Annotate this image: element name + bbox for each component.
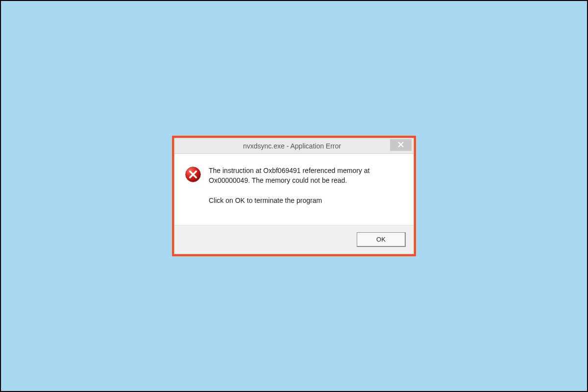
dialog-button-area: OK [174, 225, 414, 254]
close-button[interactable] [390, 139, 412, 151]
error-icon [184, 166, 202, 183]
close-icon [398, 141, 404, 149]
dialog-content: The instruction at Oxbf069491 referenced… [174, 154, 414, 225]
desktop-background: nvxdsync.exe - Application Error [0, 0, 588, 392]
dialog-title: nvxdsync.exe - Application Error [174, 142, 390, 150]
dialog-message-block: The instruction at Oxbf069491 referenced… [209, 166, 404, 205]
ok-button[interactable]: OK [357, 232, 406, 247]
dialog-highlight-frame: nvxdsync.exe - Application Error [172, 136, 416, 256]
dialog-instruction-message: Click on OK to terminate the program [209, 196, 404, 205]
error-dialog: nvxdsync.exe - Application Error [174, 138, 414, 254]
dialog-error-message: The instruction at Oxbf069491 referenced… [209, 166, 404, 186]
dialog-titlebar[interactable]: nvxdsync.exe - Application Error [174, 138, 414, 154]
